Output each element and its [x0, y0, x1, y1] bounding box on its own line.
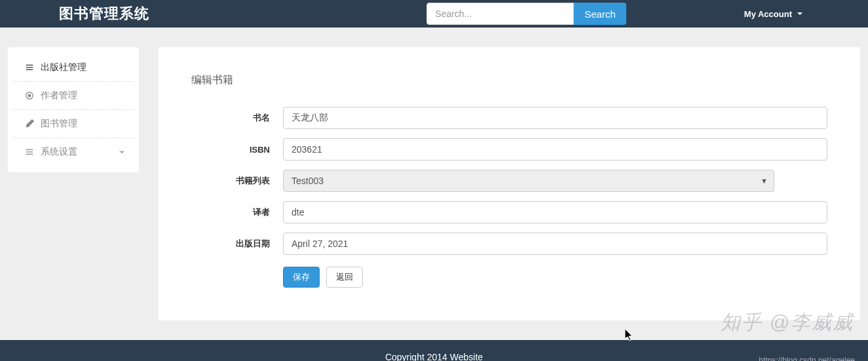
input-pubdate[interactable] — [283, 233, 827, 255]
sidebar-item-label: 系统设置 — [41, 146, 77, 158]
select-booklist[interactable]: Test003 — [283, 170, 774, 192]
form-actions: 保存 返回 — [283, 267, 827, 288]
sidebar-item-publisher[interactable]: 出版社管理 — [13, 54, 134, 82]
svg-point-1 — [28, 94, 31, 97]
form-row-title: 书名 — [191, 107, 827, 129]
form-row-translator: 译者 — [191, 201, 827, 223]
chevron-down-icon — [119, 147, 124, 157]
form-row-isbn: ISBN — [191, 138, 827, 161]
sidebar-item-settings[interactable]: 系统设置 — [13, 138, 134, 166]
search-form: Search — [426, 3, 626, 25]
account-label: My Account — [744, 9, 792, 19]
target-icon — [25, 91, 34, 100]
main-container: 出版社管理 作者管理 图书管理 系统设置 编辑书籍 书名 — [0, 28, 868, 320]
search-button[interactable]: Search — [574, 3, 626, 25]
sidebar-item-author[interactable]: 作者管理 — [13, 82, 134, 110]
label-translator: 译者 — [191, 206, 283, 218]
sidebar: 出版社管理 作者管理 图书管理 系统设置 — [8, 47, 139, 172]
top-navbar: 图书管理系统 Search My Account — [0, 0, 868, 28]
label-title: 书名 — [191, 112, 283, 124]
form-row-pubdate: 出版日期 — [191, 233, 827, 255]
list-icon — [25, 63, 34, 72]
sidebar-item-label: 作者管理 — [41, 90, 77, 102]
input-isbn[interactable] — [283, 138, 827, 161]
save-button[interactable]: 保存 — [283, 267, 320, 288]
label-booklist: 书籍列表 — [191, 175, 283, 187]
footer: Copyright 2014 Website https://blog.csdn… — [0, 340, 868, 361]
sidebar-item-label: 出版社管理 — [41, 62, 86, 73]
sidebar-item-book[interactable]: 图书管理 — [13, 110, 134, 138]
back-button[interactable]: 返回 — [326, 267, 363, 288]
pencil-icon — [25, 119, 34, 128]
page-title: 编辑书籍 — [191, 73, 827, 87]
list-icon — [25, 147, 34, 157]
label-pubdate: 出版日期 — [191, 238, 283, 250]
footer-sublink: https://blog.csdn.net/agelee — [759, 356, 855, 361]
search-input[interactable] — [426, 3, 574, 25]
chevron-down-icon — [797, 12, 802, 15]
select-wrapper-booklist: Test003 ▼ — [283, 170, 774, 192]
form-row-booklist: 书籍列表 Test003 ▼ — [191, 170, 827, 192]
account-dropdown[interactable]: My Account — [744, 9, 802, 19]
footer-copyright: Copyright 2014 Website — [385, 352, 483, 361]
main-panel: 编辑书籍 书名 ISBN 书籍列表 Test003 ▼ 译者 出版日期 — [159, 47, 860, 320]
label-isbn: ISBN — [191, 145, 283, 155]
brand-title: 图书管理系统 — [59, 4, 149, 24]
input-title[interactable] — [283, 107, 827, 129]
sidebar-item-label: 图书管理 — [41, 118, 77, 130]
input-translator[interactable] — [283, 201, 827, 223]
